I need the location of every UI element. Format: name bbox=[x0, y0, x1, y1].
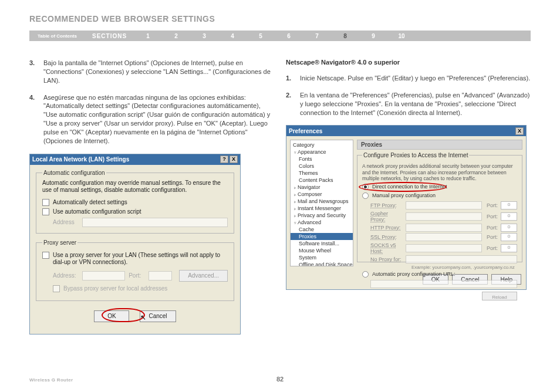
nav-7[interactable]: 7 bbox=[303, 33, 331, 39]
nav-3[interactable]: 3 bbox=[190, 33, 218, 39]
tree-colors[interactable]: Colors bbox=[291, 163, 353, 170]
ns-step-1-text: Inicie Netscape. Pulse en "Edit" (Editar… bbox=[300, 74, 531, 83]
nav-6[interactable]: 6 bbox=[275, 33, 303, 39]
tree-mouse[interactable]: Mouse Wheel bbox=[291, 247, 353, 254]
tree-fonts[interactable]: Fonts bbox=[291, 156, 353, 163]
nav-4[interactable]: 4 bbox=[218, 33, 247, 39]
tree-offline[interactable]: Offline and Disk Space bbox=[291, 261, 353, 266]
http-port-label: Port: bbox=[484, 225, 498, 231]
ssl-label: SSL Proxy: bbox=[370, 234, 403, 240]
radio-direct-label: Direct connection to the Internet bbox=[372, 184, 447, 190]
socks-port-label: Port: bbox=[484, 245, 498, 251]
ns-step-1: 1. Inicie Netscape. Pulse en "Edit" (Edi… bbox=[286, 74, 531, 83]
tree-appearance[interactable]: Appearance bbox=[291, 148, 353, 156]
chk-auto-detect-label: Automatically detect settings bbox=[53, 199, 127, 205]
noproxy-input[interactable] bbox=[406, 255, 517, 263]
tree-composer[interactable]: Composer bbox=[291, 191, 353, 198]
nav-2[interactable]: 2 bbox=[162, 33, 190, 39]
nav-toc[interactable]: Table of Contents bbox=[29, 33, 85, 39]
nav-9[interactable]: 9 bbox=[359, 33, 387, 39]
step-4-text: Asegúrese que no estén marcadas ninguna … bbox=[43, 93, 274, 146]
socks-port[interactable]: 0 bbox=[501, 244, 517, 252]
example-text: Example: yourcompany.com, .yourcompany.c… bbox=[370, 265, 517, 270]
http-input[interactable] bbox=[406, 224, 482, 232]
tree-proxies[interactable]: Proxies bbox=[291, 233, 353, 240]
gopher-port-label: Port: bbox=[484, 214, 498, 219]
nav-1[interactable]: 1 bbox=[134, 33, 162, 39]
group-proxy: Proxy server Use a proxy server for your… bbox=[36, 239, 234, 301]
step-3: 3. Bajo la pantalla de "Internet Options… bbox=[29, 59, 274, 85]
tree-themes[interactable]: Themes bbox=[291, 170, 353, 177]
radio-direct[interactable] bbox=[362, 184, 369, 190]
group-auto-config: Automatic configuration Automatic config… bbox=[36, 170, 234, 234]
close-icon[interactable]: X bbox=[230, 156, 238, 163]
help-icon[interactable]: ? bbox=[220, 156, 228, 163]
tree-mail[interactable]: Mail and Newsgroups bbox=[291, 198, 353, 205]
radio-auto[interactable] bbox=[362, 271, 369, 278]
auto-url-input[interactable] bbox=[370, 280, 517, 288]
proxy-port-input[interactable] bbox=[149, 271, 172, 281]
tree-content-packs[interactable]: Content Packs bbox=[291, 177, 353, 184]
ns-step-1-num: 1. bbox=[286, 74, 300, 83]
pref-close-icon[interactable]: X bbox=[515, 127, 524, 135]
proxy-address-label: Address: bbox=[53, 272, 79, 279]
nav-10[interactable]: 10 bbox=[387, 33, 416, 39]
auto-address-input[interactable] bbox=[82, 218, 228, 227]
cursor-icon: ↖ bbox=[140, 313, 146, 322]
reload-button[interactable]: Reload bbox=[482, 292, 517, 300]
page-title: RECOMMENDED WEB BROWSER SETTINGS bbox=[0, 0, 560, 28]
pref-title: Preferences bbox=[289, 128, 322, 134]
proxies-group: Configure Proxies to Access the Internet… bbox=[357, 152, 522, 262]
http-port[interactable]: 0 bbox=[501, 224, 517, 232]
tree-system[interactable]: System bbox=[291, 254, 353, 261]
tree-cache[interactable]: Cache bbox=[291, 226, 353, 233]
step-3-text: Bajo la pantalla de "Internet Options" (… bbox=[43, 59, 274, 85]
preferences-dialog: Preferences X Category Appearance Fonts … bbox=[286, 125, 527, 290]
gopher-port[interactable]: 0 bbox=[501, 212, 517, 221]
tree-advanced[interactable]: Advanced bbox=[291, 219, 353, 226]
pane-title: Proxies bbox=[357, 140, 522, 150]
gopher-label: Gopher Proxy: bbox=[370, 211, 403, 222]
ssl-port-label: Port: bbox=[484, 234, 498, 240]
section-nav: Table of Contents SECTIONS 1 2 3 4 5 6 7… bbox=[29, 31, 531, 41]
tree-navigator[interactable]: Navigator bbox=[291, 184, 353, 191]
ftp-input[interactable] bbox=[406, 201, 482, 209]
nav-8[interactable]: 8 bbox=[331, 33, 359, 39]
lan-title: Local Area Network (LAN) Settings bbox=[32, 156, 129, 163]
nav-5[interactable]: 5 bbox=[247, 33, 275, 39]
auto-address-label: Address bbox=[53, 219, 79, 225]
tree-im[interactable]: Instant Messenger bbox=[291, 205, 353, 212]
proxy-address-input[interactable] bbox=[82, 271, 125, 281]
ssl-port[interactable]: 0 bbox=[501, 233, 517, 241]
ftp-port-label: Port: bbox=[484, 202, 498, 208]
ns-step-2-text: En la ventana de "Preferences" (Preferen… bbox=[300, 91, 531, 117]
ftp-label: FTP Proxy: bbox=[370, 202, 403, 208]
chk-auto-detect[interactable] bbox=[42, 199, 49, 206]
group-auto-legend: Automatic configuration bbox=[42, 170, 106, 176]
advanced-button[interactable]: Advanced... bbox=[179, 270, 228, 282]
step-4-num: 4. bbox=[29, 93, 43, 146]
tree-software[interactable]: Software Install... bbox=[291, 240, 353, 247]
ftp-port[interactable]: 0 bbox=[501, 201, 517, 209]
chk-bypass-local[interactable] bbox=[53, 285, 60, 292]
tree-privacy[interactable]: Privacy and Security bbox=[291, 212, 353, 219]
chk-use-proxy[interactable] bbox=[42, 252, 49, 259]
step-3-num: 3. bbox=[29, 59, 43, 85]
proxies-note: A network proxy provides additional secu… bbox=[362, 163, 517, 181]
tree-header: Category bbox=[291, 141, 353, 148]
noproxy-label: No Proxy for: bbox=[370, 256, 403, 262]
group-proxy-legend: Proxy server bbox=[42, 239, 77, 246]
proxies-legend: Configure Proxies to Access the Internet bbox=[362, 152, 469, 158]
chk-auto-script-label: Use automatic configuration script bbox=[53, 208, 141, 215]
ssl-input[interactable] bbox=[406, 233, 482, 241]
radio-manual[interactable] bbox=[362, 192, 369, 199]
radio-manual-label: Manual proxy configuration bbox=[372, 192, 436, 198]
socks-input[interactable] bbox=[406, 244, 482, 252]
pref-category-tree[interactable]: Category Appearance Fonts Colors Themes … bbox=[290, 140, 353, 266]
auto-note: Automatic configuration may override man… bbox=[42, 180, 228, 194]
netscape-title: Netscape® Navigator® 4.0 o superior bbox=[286, 59, 531, 66]
chk-bypass-local-label: Bypass proxy server for local addresses bbox=[63, 285, 167, 292]
gopher-input[interactable] bbox=[406, 212, 482, 221]
chk-auto-script[interactable] bbox=[42, 208, 49, 215]
ok-button[interactable]: OK bbox=[94, 310, 129, 322]
